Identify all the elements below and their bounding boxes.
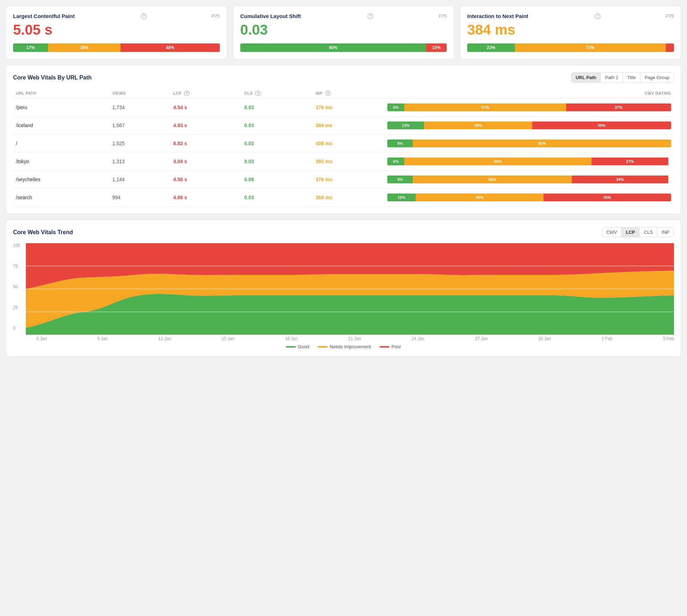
lcp-needs-bar: 35% (48, 43, 121, 52)
row-inp: 368 ms (313, 189, 384, 207)
cls-title: Cumulative Layout Shift (240, 13, 301, 19)
legend-needs: Needs Improvement (318, 344, 371, 349)
lcp-poor-bar: 48% (121, 43, 220, 52)
lcp-progress-bar: 17% 35% 48% (13, 43, 220, 52)
toggle-inp[interactable]: INP (657, 227, 674, 237)
table-row: /iceland 1,567 4.83 s 0.03 384 ms 13%38%… (13, 117, 674, 135)
cls-col-help-icon[interactable]: ? (255, 90, 261, 96)
row-inp: 408 ms (313, 135, 384, 153)
row-path: /tokyo (13, 153, 110, 171)
toggle-cls[interactable]: CLS (640, 227, 657, 237)
lcp-good-bar: 17% (13, 43, 48, 52)
row-lcp: 4.04 s (170, 153, 241, 171)
row-mini-bar: 10%45%45% (387, 194, 671, 201)
row-cwv-bar: 9%56%34% (384, 171, 674, 189)
inp-value: 384 ms (467, 22, 674, 38)
col-lcp: LCP ? (170, 88, 241, 99)
cls-percentile: P75 (439, 13, 447, 19)
top-metric-cards: Largest Contentful Paint ? P75 5.05 s 17… (6, 6, 681, 59)
row-cwv-bar: 10%45%45% (384, 189, 674, 207)
cls-card-header: Cumulative Layout Shift ? P75 (240, 13, 447, 19)
legend-poor: Poor (380, 344, 401, 349)
row-good-bar: 6% (387, 158, 404, 165)
row-lcp: 4.86 s (170, 189, 241, 207)
row-cls: 0.03 (241, 189, 313, 207)
trend-title: Core Web Vitals Trend (13, 229, 73, 236)
inp-good-bar: 23% (467, 43, 515, 52)
toggle-url-path[interactable]: URL Path (571, 73, 601, 82)
table-row: /tokyo 1,313 4.04 s 0.03 392 ms 6%66%27% (13, 153, 674, 171)
row-lcp: 4.56 s (170, 171, 241, 189)
row-inp: 384 ms (313, 117, 384, 135)
lcp-card-header: Largest Contentful Paint ? P75 (13, 13, 220, 19)
lcp-value: 5.05 s (13, 22, 220, 38)
trend-card: Core Web Vitals Trend CWV LCP CLS INP 10… (6, 220, 681, 357)
toggle-path1[interactable]: Path 1 (601, 73, 623, 82)
inp-col-help-icon[interactable]: ? (325, 90, 331, 96)
row-cls: 0.03 (241, 153, 313, 171)
row-path: /seychelles (13, 171, 110, 189)
row-mini-bar: 6%66%27% (387, 158, 671, 165)
col-cls: CLS ? (241, 88, 313, 99)
row-views: 1,313 (110, 153, 171, 171)
row-needs-bar: 91% (413, 140, 671, 147)
table-toggle-group: URL Path Path 1 Title Page Group (571, 72, 674, 83)
trend-chart-svg (26, 243, 674, 335)
table-row: /peru 1,734 4.54 s 0.03 376 ms 6%57%37% (13, 99, 674, 117)
row-needs-bar: 38% (424, 122, 532, 129)
cls-progress-bar: 90% 10% (240, 43, 447, 52)
legend-needs-label: Needs Improvement (330, 344, 371, 349)
row-inp: 376 ms (313, 99, 384, 117)
legend-needs-icon (318, 346, 328, 348)
inp-progress-bar: 23% 73% (467, 43, 674, 52)
cls-poor-bar: 10% (426, 43, 447, 52)
row-views: 1,525 (110, 135, 171, 153)
toggle-cwv[interactable]: CWV (602, 227, 622, 237)
cls-help-icon[interactable]: ? (368, 13, 373, 19)
row-cls: 0.03 (241, 135, 313, 153)
row-needs-bar: 56% (413, 176, 572, 183)
legend-good: Good (286, 344, 309, 349)
row-needs-bar: 66% (404, 158, 592, 165)
row-poor-bar: 34% (572, 176, 668, 183)
col-inp: INP ? (313, 88, 384, 99)
row-lcp: 4.83 s (170, 117, 241, 135)
inp-help-icon[interactable]: ? (595, 13, 600, 19)
table-row: /seychelles 1,144 4.56 s 0.08 376 ms 9%5… (13, 171, 674, 189)
toggle-lcp[interactable]: LCP (622, 227, 640, 237)
row-poor-bar: 27% (592, 158, 668, 165)
cls-value: 0.03 (240, 22, 447, 38)
col-cwv-rating: CWV RATING (384, 88, 674, 99)
toggle-title[interactable]: Title (623, 73, 640, 82)
row-views: 994 (110, 189, 171, 207)
row-inp: 392 ms (313, 153, 384, 171)
row-needs-bar: 45% (416, 194, 543, 201)
table-row: / 1,525 8.83 s 0.03 408 ms 9%91% (13, 135, 674, 153)
row-cwv-bar: 6%57%37% (384, 99, 674, 117)
row-cls: 0.03 (241, 99, 313, 117)
row-good-bar: 9% (387, 176, 413, 183)
row-inp: 376 ms (313, 171, 384, 189)
table-card-header: Core Web Vitals By URL Path URL Path Pat… (13, 72, 674, 83)
row-cwv-bar: 13%38%49% (384, 117, 674, 135)
inp-card: Interaction to Next Paint ? P75 384 ms 2… (460, 6, 681, 59)
row-good-bar: 9% (387, 140, 413, 147)
lcp-col-help-icon[interactable]: ? (184, 90, 190, 96)
x-axis-labels: 6 Jan 9 Jan 12 Jan 15 Jan 18 Jan 21 Jan … (26, 336, 674, 341)
lcp-help-icon[interactable]: ? (141, 13, 147, 19)
inp-percentile: P75 (666, 13, 674, 19)
col-views: VIEWS (110, 88, 171, 99)
chart-legend: Good Needs Improvement Poor (13, 344, 674, 349)
row-lcp: 8.83 s (170, 135, 241, 153)
row-views: 1,144 (110, 171, 171, 189)
row-mini-bar: 9%56%34% (387, 176, 671, 183)
trend-toggle-group: CWV LCP CLS INP (602, 227, 674, 237)
row-cwv-bar: 9%91% (384, 135, 674, 153)
row-path: /peru (13, 99, 110, 117)
chart-good-area (26, 294, 674, 335)
toggle-page-group[interactable]: Page Group (640, 73, 674, 82)
legend-poor-icon (380, 346, 389, 348)
inp-needs-bar: 73% (515, 43, 666, 52)
cls-good-bar: 90% (240, 43, 426, 52)
legend-good-icon (286, 346, 296, 348)
